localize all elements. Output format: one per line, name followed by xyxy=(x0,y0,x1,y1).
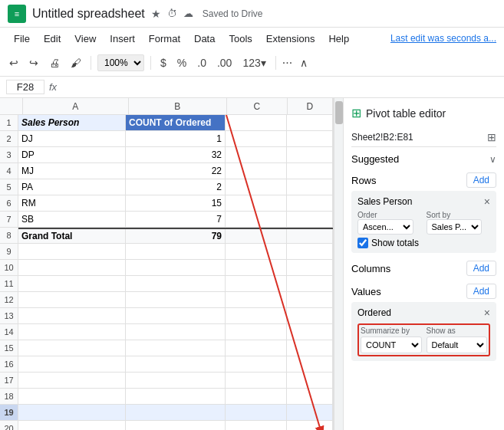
cell-b3[interactable]: 32 xyxy=(126,147,226,163)
cell-b6[interactable]: 15 xyxy=(126,195,226,212)
redo-button[interactable]: ↪ xyxy=(26,55,41,71)
cell-c2[interactable] xyxy=(226,131,287,147)
sheet-area[interactable]: A B C D 1 2 3 4 5 6 7 8 9 10 11 12 13 14 xyxy=(0,98,334,430)
cell-c8[interactable] xyxy=(226,229,287,244)
cell-d14[interactable] xyxy=(287,324,333,340)
col-header-b[interactable]: B xyxy=(129,98,227,115)
last-edit-text[interactable]: Last edit was seconds a... xyxy=(390,33,496,44)
cell-d17[interactable] xyxy=(287,373,333,389)
cell-a13[interactable] xyxy=(18,308,126,324)
spreadsheet-grid[interactable]: Sales Person COUNT of Ordered DJ 1 DP 32 xyxy=(18,115,333,430)
cell-c20[interactable] xyxy=(226,421,287,430)
cell-b15[interactable] xyxy=(126,340,226,356)
cell-d1[interactable] xyxy=(287,115,333,131)
cell-c7[interactable] xyxy=(226,212,287,228)
cell-d12[interactable] xyxy=(287,292,333,308)
cell-c4[interactable] xyxy=(226,163,287,179)
cell-b10[interactable] xyxy=(126,260,226,276)
cell-a11[interactable] xyxy=(18,276,126,292)
cell-a15[interactable] xyxy=(18,340,126,356)
cell-b4[interactable]: 22 xyxy=(126,163,226,179)
cell-d15[interactable] xyxy=(287,340,333,356)
paint-format-button[interactable]: 🖌 xyxy=(68,55,84,71)
cell-a3[interactable]: DP xyxy=(18,147,126,163)
cell-d13[interactable] xyxy=(287,308,333,324)
print-button[interactable]: 🖨 xyxy=(46,55,63,71)
cell-b2[interactable]: 1 xyxy=(126,131,226,147)
cell-a4[interactable]: MJ xyxy=(18,163,126,179)
spreadsheet-title[interactable]: Untitled spreadsheet xyxy=(32,7,145,21)
cell-a16[interactable] xyxy=(18,356,126,373)
cell-a7[interactable]: SB xyxy=(18,212,126,228)
cell-c11[interactable] xyxy=(226,276,287,292)
cell-a12[interactable] xyxy=(18,292,126,308)
col-header-c[interactable]: C xyxy=(227,98,288,115)
cell-a10[interactable] xyxy=(18,260,126,276)
cell-a20[interactable] xyxy=(18,421,126,430)
cell-a19[interactable] xyxy=(18,405,126,421)
cell-d7[interactable] xyxy=(287,212,333,228)
cell-c13[interactable] xyxy=(226,308,287,324)
format123-button[interactable]: 123▾ xyxy=(239,55,268,71)
cell-d5[interactable] xyxy=(287,179,333,195)
pivot-order-select[interactable]: Ascen... Descen... xyxy=(357,219,413,235)
pivot-showtotals-checkbox[interactable] xyxy=(357,238,368,248)
pivot-chip-close-icon[interactable]: × xyxy=(484,195,490,208)
pivot-range-text[interactable]: Sheet2!B2:E81 xyxy=(351,132,413,143)
cell-b20[interactable] xyxy=(126,421,226,430)
cell-a1[interactable]: Sales Person xyxy=(18,115,126,131)
cell-b17[interactable] xyxy=(126,373,226,389)
cell-d19[interactable] xyxy=(287,405,333,421)
cell-a8[interactable]: Grand Total xyxy=(18,229,126,244)
currency-button[interactable]: $ xyxy=(157,55,170,71)
cell-c6[interactable] xyxy=(226,195,287,212)
cell-b11[interactable] xyxy=(126,276,226,292)
cell-d10[interactable] xyxy=(287,260,333,276)
cell-b19[interactable] xyxy=(126,405,226,421)
cell-d4[interactable] xyxy=(287,163,333,179)
summarize-by-select[interactable]: COUNT SUM AVERAGE xyxy=(361,336,422,353)
cell-a14[interactable] xyxy=(18,324,126,340)
cell-a18[interactable] xyxy=(18,389,126,405)
cell-c19[interactable] xyxy=(226,405,287,421)
title-history-icon[interactable]: ⏱ xyxy=(167,8,177,19)
menu-insert[interactable]: Insert xyxy=(104,31,141,47)
cell-b18[interactable] xyxy=(126,389,226,405)
cell-a6[interactable]: RM xyxy=(18,195,126,212)
cell-c12[interactable] xyxy=(226,292,287,308)
cell-c1[interactable] xyxy=(226,115,287,131)
cell-a17[interactable] xyxy=(18,373,126,389)
cell-d3[interactable] xyxy=(287,147,333,163)
pivot-suggested-chevron[interactable]: ∨ xyxy=(489,154,496,165)
cell-a5[interactable]: PA xyxy=(18,179,126,195)
menu-data[interactable]: Data xyxy=(188,31,221,47)
menu-edit[interactable]: Edit xyxy=(38,31,67,47)
cell-c17[interactable] xyxy=(226,373,287,389)
cell-d18[interactable] xyxy=(287,389,333,405)
cell-d9[interactable] xyxy=(287,244,333,260)
cell-d2[interactable] xyxy=(287,131,333,147)
cell-b14[interactable] xyxy=(126,324,226,340)
menu-extensions[interactable]: Extensions xyxy=(260,31,321,47)
cell-c18[interactable] xyxy=(226,389,287,405)
title-cloud-icon[interactable]: ☁ xyxy=(183,8,193,19)
cell-c9[interactable] xyxy=(226,244,287,260)
cell-a2[interactable]: DJ xyxy=(18,131,126,147)
pivot-rows-add-button[interactable]: Add xyxy=(466,172,496,188)
more-options-button[interactable]: ··· xyxy=(282,56,292,70)
cell-b7[interactable]: 7 xyxy=(126,212,226,228)
cell-a9[interactable] xyxy=(18,244,126,260)
cell-b5[interactable]: 2 xyxy=(126,179,226,195)
collapse-button[interactable]: ∧ xyxy=(297,55,311,71)
cell-c10[interactable] xyxy=(226,260,287,276)
col-header-d[interactable]: D xyxy=(288,98,333,115)
menu-view[interactable]: View xyxy=(68,31,102,47)
pivot-columns-add-button[interactable]: Add xyxy=(466,261,496,276)
cell-b1[interactable]: COUNT of Ordered xyxy=(126,115,226,131)
pivot-values-add-button[interactable]: Add xyxy=(466,284,496,299)
cell-c16[interactable] xyxy=(226,356,287,373)
scrollbar-thumb[interactable] xyxy=(335,101,343,124)
undo-button[interactable]: ↩ xyxy=(6,55,21,71)
cell-d6[interactable] xyxy=(287,195,333,212)
sheet-scrollbar[interactable] xyxy=(334,98,343,430)
